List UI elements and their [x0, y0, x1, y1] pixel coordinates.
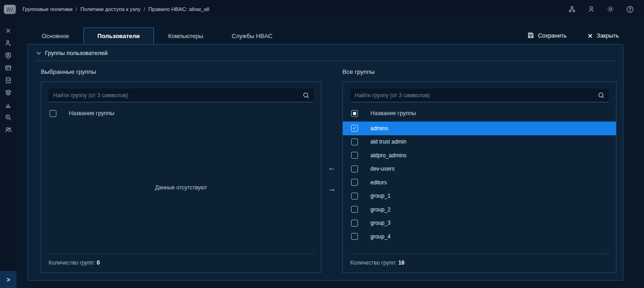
app-logo-glyph: [6, 7, 13, 11]
row-checkbox[interactable]: [351, 220, 358, 227]
theme-icon[interactable]: [606, 5, 615, 13]
select-all-checkbox[interactable]: [351, 110, 358, 117]
all-groups-footer: Количество групп:16: [350, 254, 609, 272]
selected-groups-panel: Название группы Данные отсутствуют Колич…: [41, 82, 321, 273]
group-name: ald trust admin: [370, 138, 407, 145]
transfer-controls: ← →: [321, 68, 342, 280]
dual-list: Выбранные группы Название группы Данные …: [28, 61, 623, 280]
group-count-value: 0: [97, 260, 100, 266]
topbar: Групповые политики / Политики доступа к …: [0, 0, 644, 18]
selected-groups-search: [49, 89, 314, 102]
move-left-button[interactable]: ←: [326, 162, 337, 173]
all-groups-column: Все группы Название группы: [342, 68, 616, 280]
row-checkbox[interactable]: [351, 179, 358, 186]
selected-groups-header: Название группы: [41, 105, 321, 122]
save-button-label: Сохранить: [538, 33, 567, 39]
row-checkbox[interactable]: [351, 166, 358, 172]
document-icon[interactable]: [2, 74, 15, 86]
server-icon[interactable]: [2, 61, 15, 74]
group-name: editors: [370, 179, 387, 186]
sidebar: >: [0, 18, 17, 288]
profile-icon[interactable]: [587, 5, 595, 13]
row-checkbox[interactable]: [351, 125, 358, 132]
empty-state: Данные отсутствуют: [41, 122, 321, 254]
group-row[interactable]: admins: [343, 122, 616, 135]
tab-users[interactable]: Пользователи: [83, 28, 154, 44]
user-plus-icon[interactable]: [2, 37, 15, 49]
group-name: admins: [370, 125, 388, 132]
tabs-row: Основное Пользователи Компьютеры Службы …: [28, 28, 623, 44]
selected-groups-search-input[interactable]: [49, 92, 314, 99]
content-card: Группы пользователей Выбранные группы На: [28, 44, 623, 281]
users-icon[interactable]: [2, 123, 15, 136]
group-name: group_1: [370, 193, 391, 199]
shield-user-icon[interactable]: [2, 49, 15, 61]
all-groups-header: Название группы: [343, 105, 616, 122]
tab-main[interactable]: Основное: [28, 28, 83, 44]
selected-groups-title: Выбранные группы: [41, 68, 321, 75]
selected-groups-column: Выбранные группы Название группы Данные …: [41, 68, 321, 280]
all-groups-search-input[interactable]: [350, 92, 609, 99]
search-plus-icon[interactable]: [2, 111, 15, 123]
tab-hbac-services[interactable]: Службы HBAC: [217, 28, 286, 44]
breadcrumb-item[interactable]: Правило HBAC: allow_all: [149, 6, 209, 12]
sidebar-expand-button[interactable]: >: [0, 271, 17, 288]
breadcrumb-separator: /: [144, 6, 145, 12]
group-row[interactable]: group_3: [343, 216, 616, 230]
section-user-groups[interactable]: Группы пользователей: [28, 44, 623, 61]
save-icon: [528, 32, 534, 40]
save-button[interactable]: Сохранить: [523, 29, 571, 43]
group-name: aldpro_admins: [370, 152, 407, 159]
chevron-down-icon: [36, 50, 41, 56]
close-button[interactable]: ✕ Закрыть: [583, 29, 623, 43]
breadcrumb-separator: /: [76, 6, 77, 12]
move-right-button[interactable]: →: [326, 183, 337, 194]
column-header-label: Название группы: [69, 110, 114, 116]
group-count-label: Количество групп:: [49, 260, 95, 266]
section-title: Группы пользователей: [45, 50, 108, 56]
breadcrumb: Групповые политики / Политики доступа к …: [22, 6, 209, 12]
breadcrumb-item[interactable]: Политики доступа к узлу: [80, 6, 140, 12]
group-row[interactable]: group_1: [343, 189, 616, 203]
group-name: group_2: [370, 206, 391, 213]
row-checkbox[interactable]: [351, 233, 358, 240]
group-count-label: Количество групп:: [350, 260, 396, 266]
org-structure-icon[interactable]: [568, 5, 576, 13]
column-header-label: Название группы: [370, 110, 416, 116]
layers-icon[interactable]: [2, 86, 15, 99]
group-row[interactable]: group_4: [343, 230, 616, 244]
app-logo[interactable]: [4, 5, 16, 14]
row-checkbox[interactable]: [351, 193, 358, 199]
close-button-label: Закрыть: [597, 33, 619, 39]
selected-groups-footer: Количество групп:0: [49, 254, 314, 272]
select-all-checkbox[interactable]: [50, 110, 56, 117]
search-icon[interactable]: [598, 92, 605, 99]
group-row[interactable]: aldpro_admins: [343, 149, 616, 162]
breadcrumb-item[interactable]: Групповые политики: [22, 6, 72, 12]
all-groups-search: [350, 89, 609, 102]
group-row[interactable]: dev-users: [343, 162, 616, 176]
help-icon[interactable]: [626, 5, 634, 13]
row-checkbox[interactable]: [351, 152, 358, 159]
row-checkbox[interactable]: [351, 206, 358, 213]
all-groups-panel: Название группы admins ald tru: [342, 82, 616, 273]
tab-computers[interactable]: Компьютеры: [154, 28, 218, 44]
close-icon[interactable]: [2, 24, 15, 37]
group-count-value: 16: [398, 260, 404, 266]
group-name: dev-users: [370, 166, 395, 172]
group-name: group_4: [370, 233, 391, 240]
group-name: group_3: [370, 220, 391, 226]
group-row[interactable]: editors: [343, 176, 616, 189]
main-area: Основное Пользователи Компьютеры Службы …: [17, 18, 644, 288]
topbar-icons: [568, 5, 634, 13]
row-checkbox[interactable]: [351, 138, 358, 145]
group-list: admins ald trust admin aldpro_admins: [343, 122, 616, 254]
group-row[interactable]: ald trust admin: [343, 135, 616, 149]
all-groups-title: Все группы: [342, 68, 616, 75]
group-row[interactable]: group_2: [343, 203, 616, 216]
search-icon[interactable]: [303, 92, 310, 99]
empty-state-text: Данные отсутствуют: [155, 184, 207, 191]
close-button-icon: ✕: [588, 33, 593, 39]
bar-chart-icon[interactable]: [2, 99, 15, 111]
